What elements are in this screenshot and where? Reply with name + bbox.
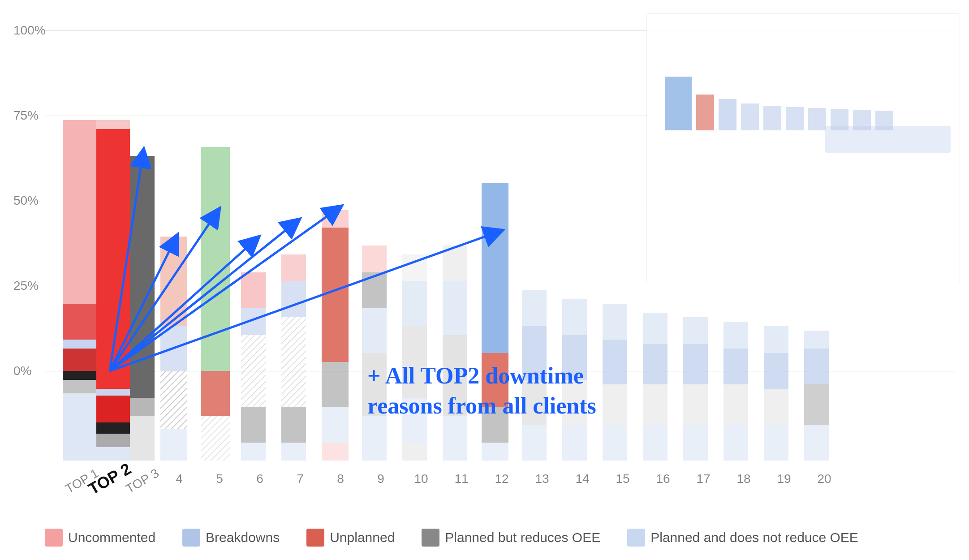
svg-rect-12	[241, 335, 266, 407]
legend-uncommented: Uncommented	[45, 529, 155, 547]
bar-4	[160, 237, 187, 461]
svg-rect-14	[241, 443, 266, 461]
legend-label-unplanned: Unplanned	[330, 530, 395, 545]
svg-rect-23	[322, 362, 349, 407]
x-label-7: 7	[297, 472, 304, 486]
legend-color-planned-no-reduce	[627, 529, 645, 547]
svg-rect-62	[683, 384, 708, 425]
x-label-4: 4	[176, 472, 183, 486]
svg-rect-20	[281, 443, 306, 461]
x-label-9: 9	[377, 472, 384, 486]
svg-rect-27	[362, 272, 387, 308]
legend-breakdowns: Breakdowns	[182, 529, 280, 547]
chart-legend: Uncommented Breakdowns Unplanned Planned…	[45, 529, 858, 547]
y-axis-0: 0%	[13, 364, 31, 378]
svg-rect-65	[724, 349, 748, 384]
bar-top1	[63, 120, 96, 461]
svg-rect-24	[322, 407, 349, 443]
svg-rect-17	[281, 281, 306, 317]
svg-rect-39	[443, 416, 467, 461]
svg-rect-47	[522, 425, 547, 461]
svg-rect-72	[804, 331, 829, 349]
y-axis-100: 100%	[13, 23, 46, 38]
svg-rect-77	[696, 95, 714, 130]
svg-rect-66	[724, 384, 748, 425]
legend-label-uncommented: Uncommented	[68, 530, 155, 545]
y-axis-25: 25%	[13, 279, 39, 293]
svg-rect-56	[643, 313, 668, 344]
svg-rect-61	[683, 344, 708, 384]
svg-rect-44	[522, 290, 547, 326]
bar-16	[643, 313, 668, 461]
chart-area: 100% 75% 50% 25% 0% TOP 1 TOP 2 TOP 3 4 …	[0, 0, 969, 560]
svg-rect-82	[808, 108, 826, 130]
svg-rect-31	[402, 254, 427, 281]
legend-label-breakdowns: Breakdowns	[206, 530, 280, 545]
x-label-15: 15	[616, 472, 629, 486]
svg-rect-43	[482, 443, 508, 461]
svg-rect-76	[665, 77, 692, 130]
svg-rect-30	[362, 416, 387, 461]
svg-rect-74	[804, 384, 829, 425]
svg-rect-81	[786, 107, 804, 130]
bar-10	[402, 254, 427, 461]
x-label-11: 11	[454, 472, 468, 486]
x-label-8: 8	[337, 472, 344, 486]
x-label-17: 17	[696, 472, 710, 486]
svg-rect-7	[201, 371, 230, 416]
svg-rect-32	[402, 281, 427, 326]
svg-rect-10	[241, 272, 266, 308]
svg-rect-64	[724, 322, 748, 349]
svg-rect-73	[804, 349, 829, 384]
svg-rect-26	[362, 246, 387, 272]
svg-rect-3	[160, 371, 187, 429]
svg-rect-54	[603, 384, 627, 425]
svg-rect-28	[362, 308, 387, 353]
svg-rect-21	[322, 210, 349, 228]
svg-rect-36	[443, 246, 467, 281]
svg-rect-25	[322, 443, 349, 461]
bar-top3	[130, 156, 155, 461]
bar-17	[683, 317, 708, 461]
svg-rect-58	[643, 384, 668, 425]
bar-18	[724, 322, 748, 461]
svg-rect-71	[764, 425, 788, 461]
x-label-18: 18	[736, 472, 750, 486]
svg-rect-75	[804, 425, 829, 461]
svg-rect-69	[764, 353, 788, 389]
svg-rect-60	[683, 317, 708, 344]
svg-rect-19	[281, 407, 306, 443]
x-label-16: 16	[656, 472, 670, 486]
svg-rect-40	[482, 183, 508, 353]
svg-rect-59	[643, 425, 668, 461]
bar-11	[443, 246, 467, 461]
legend-color-unplanned	[306, 529, 324, 547]
x-label-19: 19	[777, 472, 791, 486]
svg-rect-22	[322, 228, 349, 362]
x-label-12: 12	[495, 472, 508, 486]
svg-rect-79	[741, 103, 759, 130]
svg-rect-57	[643, 344, 668, 384]
x-label-10: 10	[414, 472, 428, 486]
svg-rect-35	[402, 443, 427, 461]
svg-rect-68	[764, 326, 788, 353]
svg-rect-48	[562, 299, 587, 335]
legend-planned-no-reduce: Planned and does not reduce OEE	[627, 529, 858, 547]
x-label-top2: TOP 2	[85, 459, 134, 499]
svg-rect-63	[683, 425, 708, 461]
bar-9	[362, 246, 387, 461]
svg-rect-51	[562, 425, 587, 461]
svg-rect-1	[160, 237, 187, 326]
svg-rect-80	[763, 106, 781, 130]
svg-rect-16	[281, 254, 306, 281]
legend-label-planned-no-reduce: Planned and does not reduce OEE	[650, 530, 858, 545]
bar-19	[764, 326, 788, 461]
bar-15	[603, 304, 627, 461]
svg-rect-67	[724, 425, 748, 461]
x-label-14: 14	[575, 472, 589, 486]
bar-6	[241, 272, 266, 461]
svg-rect-55	[603, 425, 627, 461]
svg-rect-8	[201, 416, 230, 461]
svg-rect-11	[241, 308, 266, 335]
bar-20	[804, 331, 829, 461]
